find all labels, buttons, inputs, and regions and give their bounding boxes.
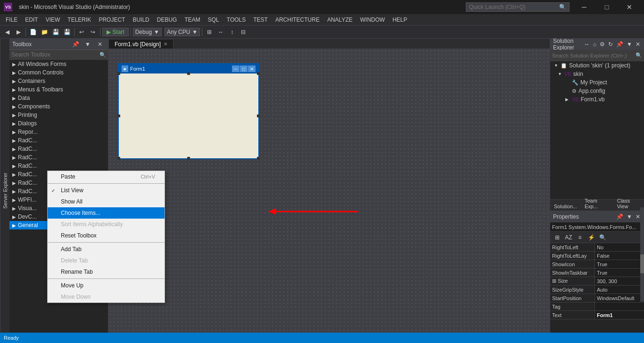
menu-window[interactable]: WINDOW	[356, 14, 389, 25]
se-refresh-btn[interactable]: ↻	[607, 41, 614, 48]
prop-events-btn[interactable]: ⚡	[586, 232, 596, 243]
handle-tc[interactable]	[187, 72, 190, 75]
format-btn2[interactable]: ↔	[215, 27, 226, 37]
minimize-button[interactable]: ─	[573, 0, 595, 14]
form-minimize-btn[interactable]: ─	[232, 65, 239, 72]
menu-file[interactable]: FILE	[2, 14, 21, 25]
format-btn4[interactable]: ⊟	[238, 27, 248, 37]
tree-app-config[interactable]: ⚙ App.config	[550, 87, 644, 95]
toolbox-section-menus[interactable]: ▶ Menus & Toolbars	[9, 85, 108, 94]
ctx-list-view[interactable]: ✓ List View	[48, 185, 165, 196]
prop-props-btn[interactable]: ≡	[575, 232, 585, 243]
forward-btn[interactable]: ▶	[13, 27, 24, 37]
toolbox-pin-btn[interactable]: 📌	[70, 39, 81, 49]
menu-project[interactable]: PROJECT	[95, 14, 129, 25]
toolbox-section-components[interactable]: ▶ Components	[9, 102, 108, 111]
se-tab-solution[interactable]: Solution...	[550, 202, 581, 211]
format-btn3[interactable]: ↕	[227, 27, 237, 37]
menu-edit[interactable]: EDIT	[21, 14, 41, 25]
se-search-input[interactable]	[552, 53, 634, 58]
menu-help[interactable]: HELP	[388, 14, 411, 25]
open-btn[interactable]: 📁	[39, 27, 50, 37]
toolbox-section-common-controls[interactable]: ▶ Common Controls	[9, 68, 108, 77]
ctx-rename-tab[interactable]: Rename Tab	[48, 266, 165, 278]
tree-my-project[interactable]: 🔧 My Project	[550, 78, 644, 87]
ctx-sort-alphabetically[interactable]: Sort Items Alphabetically	[48, 219, 165, 230]
menu-architecture[interactable]: ARCHITECTURE	[272, 14, 323, 25]
toolbox-section-repor[interactable]: ▶ Repor...	[9, 128, 108, 136]
ctx-paste[interactable]: Paste Ctrl+V	[48, 171, 165, 182]
menu-analyze[interactable]: ANALYZE	[323, 14, 356, 25]
run-button[interactable]: ▶ Start	[102, 28, 129, 36]
menu-view[interactable]: VIEW	[42, 14, 64, 25]
quick-launch-search[interactable]: 🔍	[466, 2, 570, 12]
tree-project[interactable]: ▼ VB skin	[550, 70, 644, 78]
toolbox-search-input[interactable]	[11, 51, 98, 58]
platform-dropdown[interactable]: Any CPU ▼	[165, 28, 200, 36]
save-all-btn[interactable]: 💾	[62, 27, 72, 37]
save-btn[interactable]: 💾	[50, 27, 61, 37]
prop-alphabetical-btn[interactable]: AZ	[563, 232, 574, 243]
se-dropdown-btn[interactable]: ▼	[626, 41, 633, 48]
tab-close-btn[interactable]: ✕	[164, 41, 167, 47]
config-dropdown[interactable]: Debug ▼	[133, 28, 162, 36]
se-tab-class-view[interactable]: Class View	[613, 196, 644, 211]
form-preview[interactable]: ■ Form1 ─ □ ✕	[118, 63, 259, 159]
handle-ml[interactable]	[117, 114, 120, 117]
handle-br[interactable]	[257, 157, 260, 160]
form-body[interactable]	[119, 74, 258, 158]
prop-categorized-btn[interactable]: ⊞	[552, 232, 562, 243]
prop-scrollbar-thumb[interactable]	[640, 254, 644, 273]
redo-btn[interactable]: ↪	[88, 27, 98, 37]
toolbox-section-radc3[interactable]: ▶ RadC...	[9, 153, 108, 162]
new-project-btn[interactable]: 📄	[28, 27, 38, 37]
design-surface[interactable]: ■ Form1 ─ □ ✕	[108, 49, 550, 343]
ctx-choose-items[interactable]: Choose Items...	[48, 207, 165, 219]
maximize-button[interactable]: □	[596, 0, 618, 14]
handle-mr[interactable]	[257, 114, 260, 117]
toolbox-dropdown-btn[interactable]: ▼	[83, 39, 93, 49]
prop-dropdown-btn[interactable]: ▼	[626, 213, 633, 220]
quick-launch-input[interactable]	[469, 4, 559, 10]
menu-debug[interactable]: DEBUG	[153, 14, 181, 25]
form-maximize-btn[interactable]: □	[240, 65, 248, 72]
toolbox-section-radc4[interactable]: ▶ RadC...	[9, 162, 108, 170]
menu-tools[interactable]: TOOLS	[223, 14, 249, 25]
ctx-show-all[interactable]: Show All	[48, 196, 165, 207]
menu-telerik[interactable]: TELERIK	[64, 14, 95, 25]
tab-form1-design[interactable]: Form1.vb [Design] ✕	[108, 39, 173, 49]
back-btn[interactable]: ◀	[2, 27, 12, 37]
ctx-delete-tab[interactable]: Delete Tab	[48, 255, 165, 266]
toolbox-section-data[interactable]: ▶ Data	[9, 94, 108, 102]
tree-solution[interactable]: ▼ 📋 Solution 'skin' (1 project)	[550, 61, 644, 70]
handle-bl[interactable]	[117, 157, 120, 160]
toolbox-section-radc2[interactable]: ▶ RadC...	[9, 145, 108, 153]
toolbox-section-dialogs[interactable]: ▶ Dialogs	[9, 119, 108, 128]
menu-build[interactable]: BUILD	[129, 14, 153, 25]
se-settings-btn[interactable]: ⚙	[599, 41, 606, 48]
se-tab-team[interactable]: Team Exp...	[581, 196, 613, 211]
ctx-reset-toolbox[interactable]: Reset Toolbox	[48, 230, 165, 241]
se-home-btn[interactable]: ⌂	[592, 41, 597, 48]
undo-btn[interactable]: ↩	[76, 27, 87, 37]
ctx-move-down[interactable]: Move Down	[48, 291, 165, 302]
handle-tl[interactable]	[117, 72, 120, 75]
toolbox-section-all-windows[interactable]: ▶ All Windows Forms	[9, 60, 108, 68]
ctx-add-tab[interactable]: Add Tab	[48, 244, 165, 255]
menu-team[interactable]: TEAM	[181, 14, 204, 25]
se-pin-btn[interactable]: 📌	[615, 41, 624, 48]
ctx-move-up[interactable]: Move Up	[48, 280, 165, 291]
prop-search-btn[interactable]: 🔍	[597, 232, 608, 243]
handle-tr[interactable]	[257, 72, 260, 75]
menu-sql[interactable]: SQL	[204, 14, 223, 25]
toolbox-section-printing[interactable]: ▶ Printing	[9, 111, 108, 119]
toolbox-section-containers[interactable]: ▶ Containers	[9, 77, 108, 85]
se-close-btn[interactable]: ✕	[635, 41, 641, 48]
form-close-btn[interactable]: ✕	[248, 65, 256, 72]
close-button[interactable]: ✕	[619, 0, 640, 14]
menu-test[interactable]: TEST	[249, 14, 272, 25]
toolbox-close-btn[interactable]: ✕	[95, 39, 105, 49]
handle-bc[interactable]	[187, 157, 190, 160]
tree-form1-vb[interactable]: ▶ VB Form1.vb	[550, 95, 644, 104]
server-explorer-tab[interactable]: Server Explorer	[0, 39, 9, 343]
